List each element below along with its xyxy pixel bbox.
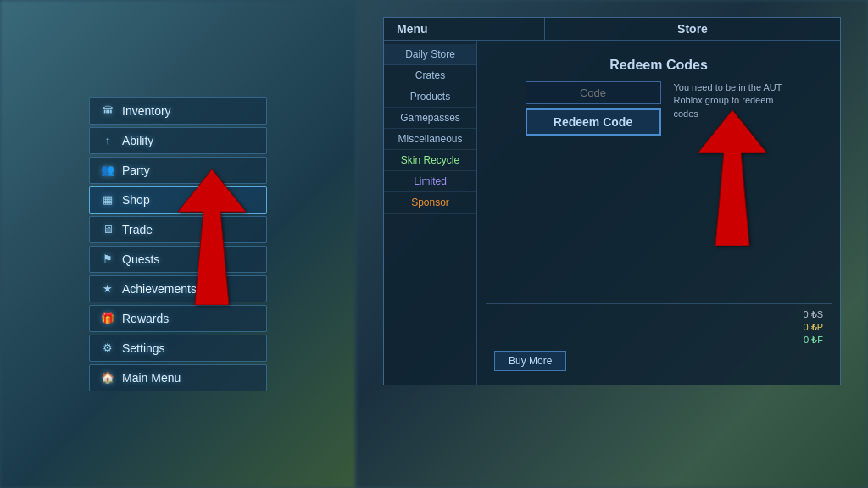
nav-spacer	[384, 214, 476, 381]
store-body: Daily Store Crates Products Gamepasses M…	[384, 41, 840, 385]
nav-item-skin-recycle[interactable]: Skin Recycle	[384, 150, 476, 171]
trade-icon: 🖥	[100, 222, 115, 237]
sidebar-item-settings[interactable]: ⚙ Settings	[89, 335, 267, 362]
redeem-button[interactable]: Redeem Code	[526, 108, 661, 136]
inventory-icon: 🏛	[100, 103, 115, 119]
shop-icon: ▦	[100, 192, 115, 208]
quests-icon: ⚑	[100, 252, 115, 267]
achievements-icon: ★	[100, 281, 115, 297]
store-header-menu-label: Menu	[384, 18, 545, 40]
redeem-row: Redeem Code You need to be in the AUT Ro…	[494, 81, 823, 136]
sidebar-item-quests[interactable]: ⚑ Quests	[89, 246, 267, 273]
sidebar-item-party[interactable]: 👥 Party	[89, 157, 267, 184]
settings-label: Settings	[122, 341, 165, 355]
sidebar-item-inventory[interactable]: 🏛 Inventory	[89, 97, 267, 125]
nav-item-products[interactable]: Products	[384, 86, 476, 108]
party-label: Party	[122, 164, 150, 177]
sidebar-item-trade[interactable]: 🖥 Trade	[89, 216, 267, 243]
sidebar-item-shop[interactable]: ▦ Shop	[89, 186, 267, 214]
main-menu-icon: 🏠	[100, 370, 115, 385]
quests-label: Quests	[122, 252, 159, 266]
right-panel: Menu Store Daily Store Crates Products G…	[356, 0, 868, 488]
party-icon: 👥	[100, 163, 115, 178]
redeem-section: Redeem Codes Redeem Code You need to be …	[486, 49, 832, 144]
sidebar-item-achievements[interactable]: ★ Achievements	[89, 275, 267, 302]
content-area: Redeem Codes Redeem Code You need to be …	[486, 49, 832, 303]
settings-icon: ⚙	[100, 341, 115, 356]
redeem-title: Redeem Codes	[494, 58, 823, 73]
nav-item-crates[interactable]: Crates	[384, 65, 476, 86]
buy-more-button[interactable]: Buy More	[494, 351, 566, 371]
ability-icon: ↑	[100, 133, 115, 148]
shop-label: Shop	[122, 193, 150, 207]
main-menu-label: Main Menu	[122, 371, 181, 385]
store-content: Redeem Codes Redeem Code You need to be …	[477, 41, 840, 385]
menu-container: 🏛 Inventory ↑ Ability 👥 Party ▦ Shop 🖥 T…	[89, 97, 267, 391]
store-footer: 0 ₺S 0 ₺P 0 ₺F Buy More	[486, 303, 832, 376]
currency-silver: 0 ₺S	[803, 309, 823, 320]
nav-item-sponsor[interactable]: Sponsor	[384, 192, 476, 214]
inventory-label: Inventory	[122, 104, 171, 118]
nav-item-daily-store[interactable]: Daily Store	[384, 44, 476, 65]
currency-premium: 0 ₺F	[804, 335, 823, 346]
store-header-store-label: Store	[545, 18, 840, 40]
store-nav: Daily Store Crates Products Gamepasses M…	[384, 41, 477, 385]
store-window: Menu Store Daily Store Crates Products G…	[383, 17, 841, 385]
code-input[interactable]	[526, 81, 661, 104]
rewards-label: Rewards	[122, 312, 169, 325]
nav-item-limited[interactable]: Limited	[384, 171, 476, 192]
rewards-icon: 🎁	[100, 311, 115, 326]
ability-label: Ability	[122, 134, 153, 147]
sidebar-item-ability[interactable]: ↑ Ability	[89, 127, 267, 154]
redeem-note: You need to be in the AUT Roblox group t…	[674, 81, 793, 120]
left-panel: 🏛 Inventory ↑ Ability 👥 Party ▦ Shop 🖥 T…	[0, 0, 356, 488]
store-header: Menu Store	[384, 18, 840, 41]
nav-item-miscellaneous[interactable]: Miscellaneous	[384, 129, 476, 150]
currency-gold: 0 ₺P	[803, 322, 823, 333]
nav-item-gamepasses[interactable]: Gamepasses	[384, 108, 476, 129]
trade-label: Trade	[122, 223, 153, 236]
achievements-label: Achievements	[122, 282, 197, 296]
sidebar-item-rewards[interactable]: 🎁 Rewards	[89, 305, 267, 332]
redeem-inputs: Redeem Code	[526, 81, 661, 136]
sidebar-item-main-menu[interactable]: 🏠 Main Menu	[89, 364, 267, 391]
